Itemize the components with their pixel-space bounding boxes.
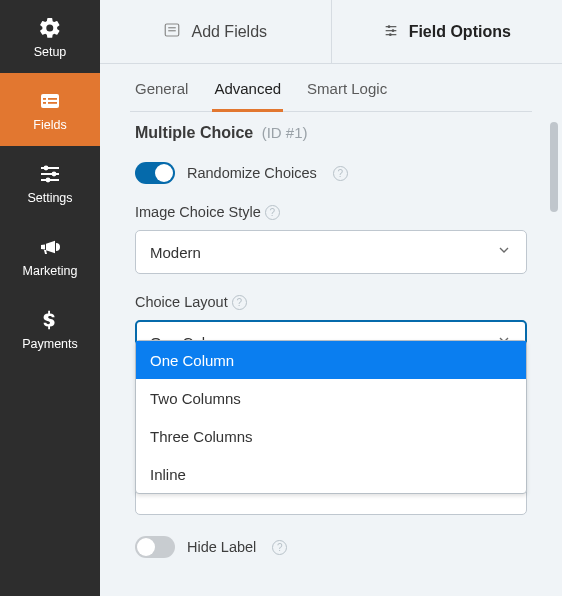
svg-point-17 xyxy=(391,29,394,32)
sub-tabs: General Advanced Smart Logic xyxy=(130,64,532,112)
help-icon[interactable]: ? xyxy=(265,205,280,220)
chevron-down-icon xyxy=(496,242,512,262)
scrollbar[interactable] xyxy=(550,122,558,212)
image-choice-label: Image Choice Style xyxy=(135,204,261,220)
svg-point-8 xyxy=(52,171,57,176)
sidebar-item-settings[interactable]: Settings xyxy=(0,146,100,219)
sliders-icon xyxy=(37,161,63,187)
field-id: (ID #1) xyxy=(262,124,308,141)
svg-rect-0 xyxy=(41,94,59,108)
tab-label: Field Options xyxy=(409,23,511,41)
sub-tab-advanced[interactable]: Advanced xyxy=(214,80,281,111)
tab-add-fields[interactable]: Add Fields xyxy=(100,0,331,63)
svg-point-15 xyxy=(387,25,390,28)
sidebar-item-setup[interactable]: Setup xyxy=(0,0,100,73)
sliders-icon xyxy=(383,22,399,42)
svg-rect-11 xyxy=(166,24,180,36)
svg-rect-3 xyxy=(43,102,46,104)
hide-label-toggle[interactable] xyxy=(135,536,175,558)
sub-tab-general[interactable]: General xyxy=(135,80,188,111)
select-value: Modern xyxy=(150,244,201,261)
main-panel: Add Fields Field Options General Advance… xyxy=(100,0,562,596)
help-icon[interactable]: ? xyxy=(333,166,348,181)
option-three-columns[interactable]: Three Columns xyxy=(136,417,526,455)
sidebar-item-label: Setup xyxy=(34,45,67,59)
dollar-icon xyxy=(37,307,63,333)
sidebar-item-payments[interactable]: Payments xyxy=(0,292,100,365)
section-heading: Multiple Choice (ID #1) xyxy=(130,112,532,152)
svg-rect-2 xyxy=(48,98,57,100)
sidebar-item-label: Settings xyxy=(27,191,72,205)
svg-rect-4 xyxy=(48,102,57,104)
svg-point-19 xyxy=(389,33,392,36)
field-type-title: Multiple Choice xyxy=(135,124,253,141)
randomize-row: Randomize Choices ? xyxy=(130,152,532,194)
image-choice-row: Image Choice Style ? Modern xyxy=(130,194,532,284)
form-list-icon xyxy=(163,21,181,43)
option-one-column[interactable]: One Column xyxy=(136,341,526,379)
sidebar-item-label: Fields xyxy=(33,118,66,132)
randomize-label: Randomize Choices xyxy=(187,165,317,181)
content-area: General Advanced Smart Logic Multiple Ch… xyxy=(100,64,562,596)
choice-layout-label: Choice Layout xyxy=(135,294,228,310)
sidebar-item-label: Payments xyxy=(22,337,78,351)
tab-label: Add Fields xyxy=(191,23,267,41)
bullhorn-icon xyxy=(37,234,63,260)
svg-rect-1 xyxy=(43,98,46,100)
sidebar-item-fields[interactable]: Fields xyxy=(0,73,100,146)
image-choice-select[interactable]: Modern xyxy=(135,230,527,274)
help-icon[interactable]: ? xyxy=(232,295,247,310)
svg-point-6 xyxy=(44,165,49,170)
svg-point-10 xyxy=(46,177,51,182)
sidebar-item-marketing[interactable]: Marketing xyxy=(0,219,100,292)
option-two-columns[interactable]: Two Columns xyxy=(136,379,526,417)
top-tabs: Add Fields Field Options xyxy=(100,0,562,64)
hide-label-text: Hide Label xyxy=(187,539,256,555)
help-icon[interactable]: ? xyxy=(272,540,287,555)
sub-tab-smart-logic[interactable]: Smart Logic xyxy=(307,80,387,111)
hide-label-row: Hide Label ? xyxy=(135,536,527,558)
gear-icon xyxy=(37,15,63,41)
sidebar: Setup Fields Settings Marketing Payments xyxy=(0,0,100,596)
randomize-toggle[interactable] xyxy=(135,162,175,184)
sidebar-item-label: Marketing xyxy=(23,264,78,278)
tab-field-options[interactable]: Field Options xyxy=(332,0,563,63)
choice-layout-dropdown: One Column Two Columns Three Columns Inl… xyxy=(135,340,527,494)
form-icon xyxy=(37,88,63,114)
option-inline[interactable]: Inline xyxy=(136,455,526,493)
